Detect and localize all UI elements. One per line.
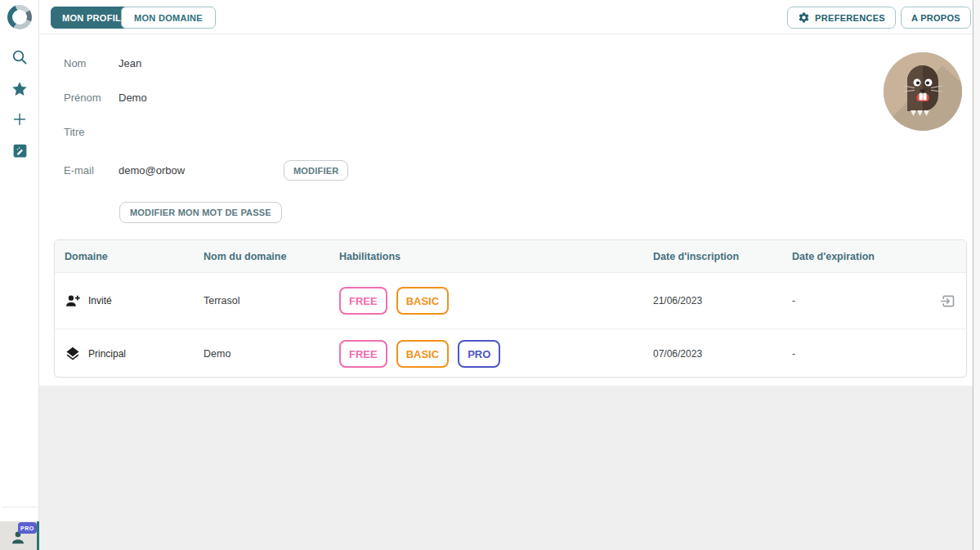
domain-name: Terrasol <box>204 295 239 306</box>
field-label-titre: Titre <box>64 126 85 138</box>
domains-table: Domaine Nom du domaine Habilitations Dat… <box>54 239 967 378</box>
inscription-date: 21/06/2023 <box>653 295 702 306</box>
vertical-scrollbar[interactable] <box>973 0 980 550</box>
badge-free[interactable]: FREE <box>339 287 387 315</box>
plus-icon[interactable] <box>0 110 39 128</box>
badge-basic[interactable]: BASIC <box>396 340 449 368</box>
inscription-date: 07/06/2023 <box>653 348 702 360</box>
preferences-button[interactable]: PREFERENCES <box>787 7 896 29</box>
current-user-button[interactable]: PRO <box>0 521 39 550</box>
about-button[interactable]: A PROPOS <box>901 7 971 29</box>
field-label-nom: Nom <box>64 57 86 69</box>
edit-note-icon[interactable] <box>0 142 39 159</box>
domain-role-label: Invité <box>88 295 112 306</box>
user-plan-badge: PRO <box>18 522 37 534</box>
badge-pro[interactable]: PRO <box>458 340 500 368</box>
table-row: InvitéTerrasolFREEBASIC21/06/2023- <box>55 273 966 329</box>
habilitations-cell: FREEBASICPRO <box>329 340 643 368</box>
badge-basic[interactable]: BASIC <box>396 287 449 315</box>
person-add-icon <box>65 293 81 309</box>
about-label: A PROPOS <box>911 13 960 23</box>
field-label-email: E-mail <box>64 164 94 177</box>
field-value-email: demo@orbow <box>119 164 185 177</box>
domains-table-header: Domaine Nom du domaine Habilitations Dat… <box>55 240 966 273</box>
domain-role-label: Principal <box>88 348 126 360</box>
star-icon[interactable] <box>0 80 39 98</box>
topbar: MON PROFIL MON DOMAINE PREFERENCES A PRO… <box>39 0 973 34</box>
app-logo-icon[interactable] <box>7 5 32 29</box>
domains-table-body: InvitéTerrasolFREEBASIC21/06/2023-Princi… <box>55 273 966 378</box>
header-domaine: Domaine <box>65 251 108 262</box>
sidebar: PRO <box>0 0 39 550</box>
layers-icon <box>65 346 81 362</box>
modify-email-button[interactable]: MODIFIER <box>284 160 348 181</box>
badge-free[interactable]: FREE <box>339 340 387 368</box>
avatar[interactable] <box>884 52 962 131</box>
field-value-nom: Jean <box>119 57 141 69</box>
topbar-actions: PREFERENCES A PROPOS <box>787 7 971 29</box>
habilitations-cell: FREEBASIC <box>329 287 643 315</box>
sidebar-divider <box>2 507 38 508</box>
expiration-date: - <box>792 348 795 360</box>
field-value-prenom: Demo <box>119 92 147 104</box>
field-label-prenom: Prénom <box>64 92 101 104</box>
domain-name: Demo <box>204 348 230 360</box>
expiration-date: - <box>792 295 795 306</box>
header-habilitations: Habilitations <box>339 251 401 262</box>
header-date-inscription: Date d'inscription <box>653 251 739 262</box>
header-nom-domaine: Nom du domaine <box>204 251 286 262</box>
header-date-expiration: Date d'expiration <box>792 251 875 262</box>
preferences-label: PREFERENCES <box>815 13 885 23</box>
gear-icon <box>798 11 810 24</box>
enter-domain-icon[interactable] <box>939 293 956 310</box>
change-password-button[interactable]: MODIFIER MON MOT DE PASSE <box>119 202 282 223</box>
search-icon[interactable] <box>0 47 39 67</box>
profile-panel: Nom Jean Prénom Demo Titre E-mail demo@o… <box>39 34 973 386</box>
table-row: PrincipalDemoFREEBASICPRO07/06/2023- <box>55 329 966 378</box>
tab-mon-domaine[interactable]: MON DOMAINE <box>121 7 216 29</box>
